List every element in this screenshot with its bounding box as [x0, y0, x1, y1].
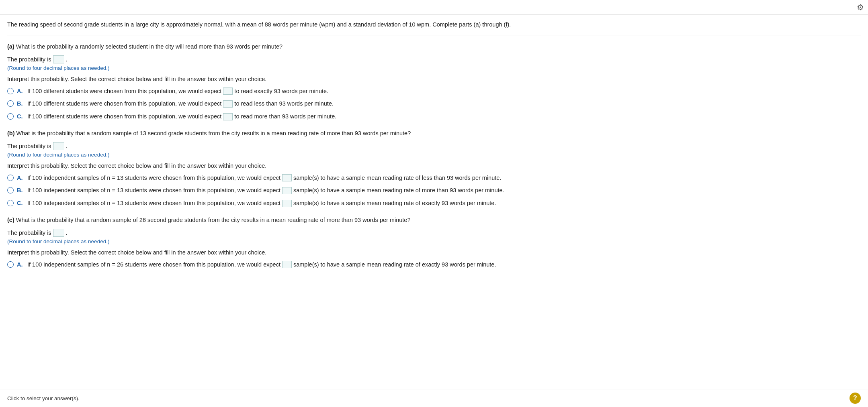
part-a-block: (a) What is the probability a randomly s…: [7, 43, 861, 121]
part-c-option-a-box[interactable]: [282, 261, 292, 268]
part-b-option-a[interactable]: A. If 100 independent samples of n = 13 …: [7, 174, 861, 183]
click-instructions: Click to select your answer(s).: [7, 395, 80, 401]
part-c-round-note[interactable]: (Round to four decimal places as needed.…: [7, 238, 861, 244]
part-c-question-body: What is the probability that a random sa…: [16, 217, 411, 223]
part-a-options: A. If 100 different students were chosen…: [7, 87, 861, 121]
part-a-radio-b[interactable]: [7, 100, 14, 107]
part-b-option-a-text: If 100 independent samples of n = 13 stu…: [27, 174, 501, 183]
part-b-option-b[interactable]: B. If 100 independent samples of n = 13 …: [7, 186, 861, 195]
part-b-radio-c[interactable]: [7, 200, 14, 206]
part-b-question: (b) What is the probability that a rando…: [7, 129, 861, 138]
part-a-option-a-text: If 100 different students were chosen fr…: [27, 87, 328, 96]
part-a-option-c-text: If 100 different students were chosen fr…: [27, 112, 336, 121]
part-c-option-a-text: If 100 independent samples of n = 26 stu…: [27, 260, 496, 269]
part-a-option-a-box[interactable]: [223, 88, 233, 95]
part-c-prob-suffix: .: [66, 230, 68, 236]
part-c-block: (c) What is the probability that a rando…: [7, 216, 861, 269]
part-b-letter-a: A.: [17, 174, 24, 183]
part-a-option-a[interactable]: A. If 100 different students were chosen…: [7, 87, 861, 96]
part-c-interpret-text: Interpret this probability. Select the c…: [7, 249, 861, 256]
part-b-option-b-text: If 100 independent samples of n = 13 stu…: [27, 186, 504, 195]
page-wrapper: ⚙ The reading speed of second grade stud…: [0, 0, 868, 407]
help-button[interactable]: ?: [850, 393, 861, 404]
part-b-interpret-text: Interpret this probability. Select the c…: [7, 163, 861, 169]
part-a-label: (a): [7, 43, 14, 50]
part-b-round-note[interactable]: (Round to four decimal places as needed.…: [7, 152, 861, 158]
part-c-prob-line: The probability is .: [7, 229, 861, 237]
part-a-option-b-box[interactable]: [223, 100, 233, 108]
part-a-prob-line: The probability is .: [7, 55, 861, 63]
intro-paragraph: The reading speed of second grade studen…: [7, 20, 861, 35]
part-a-letter-c: C.: [17, 112, 24, 121]
part-a-radio-a[interactable]: [7, 88, 14, 94]
part-a-prob-prefix: The probability is: [7, 56, 51, 63]
part-b-letter-c: C.: [17, 199, 24, 208]
gear-icon[interactable]: ⚙: [857, 2, 864, 12]
part-b-option-c[interactable]: C. If 100 independent samples of n = 13 …: [7, 199, 861, 208]
part-b-answer-box[interactable]: [53, 142, 64, 150]
part-a-letter-b: B.: [17, 100, 24, 108]
bottom-bar: Click to select your answer(s). ?: [0, 389, 868, 407]
part-b-option-c-box[interactable]: [282, 200, 292, 207]
part-b-prob-line: The probability is .: [7, 142, 861, 150]
part-a-prob-suffix: .: [66, 56, 68, 63]
part-b-question-body: What is the probability that a random sa…: [16, 130, 411, 136]
top-bar: ⚙: [0, 0, 868, 15]
part-c-options: A. If 100 independent samples of n = 26 …: [7, 260, 861, 269]
part-c-radio-a[interactable]: [7, 261, 14, 268]
part-c-answer-box[interactable]: [53, 229, 64, 237]
part-b-option-b-box[interactable]: [282, 187, 292, 194]
part-a-question-body: What is the probability a randomly selec…: [16, 43, 283, 50]
part-c-question: (c) What is the probability that a rando…: [7, 216, 861, 225]
part-b-options: A. If 100 independent samples of n = 13 …: [7, 174, 861, 208]
part-b-prob-prefix: The probability is: [7, 143, 51, 149]
part-a-question: (a) What is the probability a randomly s…: [7, 43, 861, 51]
part-b-prob-suffix: .: [66, 143, 68, 149]
part-a-round-note[interactable]: (Round to four decimal places as needed.…: [7, 65, 861, 71]
part-b-option-a-box[interactable]: [282, 174, 292, 181]
part-b-block: (b) What is the probability that a rando…: [7, 129, 861, 208]
part-a-option-c[interactable]: C. If 100 different students were chosen…: [7, 112, 861, 121]
part-a-radio-c[interactable]: [7, 113, 14, 120]
part-b-label: (b): [7, 130, 15, 136]
part-b-letter-b: B.: [17, 186, 24, 195]
part-c-prob-prefix: The probability is: [7, 230, 51, 236]
part-a-option-b-text: If 100 different students were chosen fr…: [27, 100, 334, 108]
part-a-letter-a: A.: [17, 87, 24, 96]
part-a-option-c-box[interactable]: [223, 113, 233, 120]
part-a-answer-box[interactable]: [53, 55, 64, 63]
part-b-radio-b[interactable]: [7, 187, 14, 193]
part-c-letter-a: A.: [17, 260, 24, 269]
part-a-interpret-text: Interpret this probability. Select the c…: [7, 76, 861, 82]
content-area[interactable]: The reading speed of second grade studen…: [0, 15, 868, 389]
part-c-option-a[interactable]: A. If 100 independent samples of n = 26 …: [7, 260, 861, 269]
part-c-label: (c): [7, 217, 14, 223]
part-b-option-c-text: If 100 independent samples of n = 13 stu…: [27, 199, 496, 208]
part-b-radio-a[interactable]: [7, 175, 14, 181]
part-a-option-b[interactable]: B. If 100 different students were chosen…: [7, 100, 861, 108]
